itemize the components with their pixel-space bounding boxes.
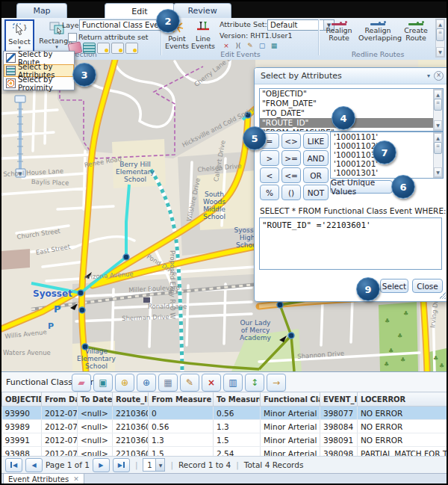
col-functional-class[interactable]: Functional Class [261, 392, 320, 407]
zoom-to-selection-icon[interactable]: ⊕ [115, 374, 134, 392]
table-header-row: OBJECTID From Date To Date Route_ID From… [2, 392, 447, 407]
operator-less-button[interactable]: < [260, 167, 279, 183]
chevron-down-icon[interactable]: ▼ [155, 459, 164, 471]
col-from-measure[interactable]: From Measure [149, 392, 214, 407]
line-events-button[interactable]: Line Events [190, 19, 216, 50]
event-grid-icon[interactable]: ▦ [269, 41, 279, 50]
col-objectid[interactable]: OBJECTID [2, 392, 42, 407]
application-window: Map Edit Review } Select ▾ Rectangle ▾ L… [0, 0, 448, 485]
dialog-titlebar[interactable]: Select by Attributes ▾ × [255, 68, 448, 84]
next-page-button[interactable]: ▶ [93, 458, 110, 472]
edit-events-group-label: Edit Events [173, 50, 308, 58]
redline-group-label: Redline Routes [321, 50, 435, 58]
last-page-button[interactable]: ▶ [113, 458, 130, 472]
select-dropdown-menu: Select by Route Select by Attributes Sel… [3, 51, 75, 90]
edit-event-icon[interactable]: ✎ [245, 41, 255, 50]
fields-scrollbar[interactable]: ▲ ≡ ▼ [433, 89, 443, 131]
first-page-button[interactable]: ◀ [5, 458, 22, 472]
operator-like-button[interactable]: LIKE [303, 133, 329, 149]
callout-6: 6 [391, 175, 415, 199]
select-tool-icon: } [11, 22, 28, 37]
col-event-id[interactable]: EVENT_ID [320, 392, 358, 407]
col-route-id[interactable]: Route_ID [113, 392, 149, 407]
return-attribute-set-checkbox[interactable] [68, 33, 77, 42]
scroll-down-icon[interactable]: ▼ [434, 167, 442, 177]
close-icon[interactable]: × [434, 71, 444, 81]
value-item[interactable]: '10001101' [331, 132, 443, 141]
callout-4: 4 [332, 106, 355, 130]
sort-icon[interactable]: ↕ [245, 374, 264, 392]
select-by-route-icon [6, 53, 16, 63]
create-route-icon [408, 23, 423, 25]
tab-event-attributes[interactable]: Event Attributes ✕ [3, 474, 84, 485]
save-icon[interactable]: ▦ [158, 374, 178, 392]
map-label-street: Proposed Expy R O W [169, 250, 176, 319]
operator-lessequal-button[interactable]: <= [281, 167, 301, 183]
resize-handle[interactable] [438, 291, 446, 299]
delete-record-icon[interactable]: × [202, 374, 221, 392]
tab-review[interactable]: Review [173, 3, 231, 18]
previous-page-button[interactable]: ◀ [25, 458, 43, 472]
map-label-street: Baylis Place [31, 178, 69, 187]
select-by-attributes-icon [6, 66, 16, 75]
zoom-slider-handle [15, 96, 25, 102]
dialog-title: Select by Attributes [261, 71, 342, 81]
split-event-icon[interactable]: × [221, 41, 231, 50]
export-icon[interactable]: → [267, 374, 286, 392]
realign-route-button[interactable]: Realign Route [321, 19, 357, 42]
get-unique-values-button[interactable]: Get Unique Values [330, 180, 393, 194]
table-row[interactable]: 939912012-07-05<null>221036011.31.5Minor… [2, 433, 447, 447]
tab-map[interactable]: Map [16, 3, 67, 18]
scroll-down-icon[interactable]: ▼ [436, 47, 444, 57]
menu-item-select-by-proximity[interactable]: Select by Proximity [4, 77, 74, 90]
operator-parens-button[interactable]: () [281, 185, 301, 200]
operator-notequal-button[interactable]: <> [281, 133, 301, 149]
table-row[interactable]: 939902012-07-05<null>2210360100.56Minor … [2, 407, 447, 420]
values-scrollbar[interactable]: ▲ ≡ ▼ [433, 132, 443, 178]
col-locerror[interactable]: LOCERROR [358, 392, 447, 407]
close-tab-icon[interactable]: ✕ [73, 475, 79, 483]
operator-and-button[interactable]: AND [303, 150, 329, 166]
map-label-street: Waters Avenue [3, 349, 51, 356]
operator-percent-button[interactable]: % [260, 185, 279, 200]
version-label: Version: RHT1.User1 [220, 31, 292, 40]
field-item[interactable]: "OBJECTID" [260, 89, 443, 99]
realign-overlapping-button[interactable]: Realign Overlapping [358, 19, 397, 42]
svg-text:♣: ♣ [388, 347, 393, 354]
pan-to-selection-icon[interactable]: ⊕ [137, 374, 156, 392]
ribbon-scrollbar[interactable]: ▲ ≡ ▼ [435, 19, 445, 58]
parking-icon: P [54, 303, 61, 315]
switch-selection-icon[interactable]: ▣ [93, 374, 113, 392]
realign-overlapping-icon [370, 23, 385, 25]
zoom-slider[interactable]: ▼ [15, 96, 25, 177]
group-divider [318, 19, 320, 55]
scroll-down-icon[interactable]: ▼ [434, 120, 442, 130]
merge-event-icon[interactable]: )( [233, 41, 243, 50]
operator-greaterequal-button[interactable]: >= [281, 150, 301, 166]
map-label-street: Ronald Lane [148, 303, 187, 310]
page-number-dropdown[interactable]: 1 ▼ [143, 458, 165, 472]
attribute-panel: Functional Class Event ▰ ▣ ⊕ ⊕ ▦ ✎ × ▥ ↕… [1, 371, 447, 484]
dialog-menu-icon[interactable]: ▾ [427, 72, 430, 79]
svg-text:♣: ♣ [433, 355, 438, 362]
page-label: Page 1 of 1 [46, 460, 90, 469]
clear-selection-icon[interactable]: ▰ [72, 374, 91, 392]
operator-not-button[interactable]: NOT [303, 185, 329, 200]
col-to-measure[interactable]: To Measure [214, 392, 261, 407]
where-clause-input[interactable]: "ROUTE_ID" ='22103601' [259, 217, 442, 270]
edit-date-icon[interactable]: ✎ [180, 374, 199, 392]
select-button[interactable]: Select [380, 279, 408, 293]
attribute-window-icon[interactable]: ▥ [223, 374, 243, 392]
event-window-icon[interactable]: ▢ [257, 41, 267, 50]
attribute-table: OBJECTID From Date To Date Route_ID From… [1, 392, 447, 460]
operator-or-button[interactable]: OR [303, 167, 329, 183]
value-item[interactable]: '10001301' [331, 168, 443, 177]
col-to-date[interactable]: To Date [78, 392, 113, 407]
table-row[interactable]: 939892012-07-05<null>221036010.561.3Mino… [2, 420, 447, 433]
map-label-school: South Woods Middle School [193, 191, 236, 221]
ribbon-tab-bar: Map Edit Review [1, 1, 447, 18]
field-item[interactable]: "FROM_DATE" [260, 99, 443, 108]
col-from-date[interactable]: From Date [42, 392, 78, 407]
create-route-button[interactable]: Create Route [399, 19, 433, 42]
operator-greater-button[interactable]: > [260, 150, 279, 166]
